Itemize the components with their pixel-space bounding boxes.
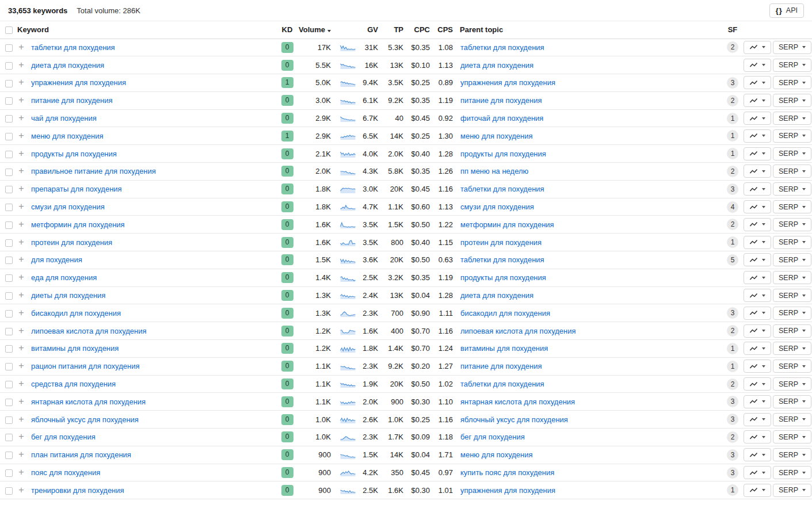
parent-topic-link[interactable]: бисакодил для похудения [460,309,550,318]
parent-topic-link[interactable]: меню для похудения [460,132,533,140]
keyword-link[interactable]: рацион питания для похудения [31,362,139,370]
serp-button[interactable]: SERP [773,324,811,338]
position-history-button[interactable] [744,430,771,443]
add-keyword-icon[interactable]: + [17,202,25,211]
position-history-button[interactable] [744,236,771,249]
serp-button[interactable]: SERP [773,236,811,249]
serp-button[interactable]: SERP [773,289,811,302]
keyword-link[interactable]: правильное питание для похудения [31,167,156,175]
add-keyword-icon[interactable]: + [17,43,25,51]
keyword-link[interactable]: средства для похудения [31,380,116,388]
parent-topic-link[interactable]: смузи для похудения [460,202,534,211]
parent-topic-link[interactable]: таблетки для похудения [460,43,544,52]
parent-topic-link[interactable]: метформин для похудения [460,220,554,229]
add-keyword-icon[interactable]: + [17,96,25,104]
serp-button[interactable]: SERP [773,59,811,72]
parent-topic-link[interactable]: питание для похудения [460,362,542,370]
row-checkbox[interactable] [5,381,13,388]
serp-button[interactable]: SERP [773,112,811,125]
row-checkbox[interactable] [5,292,13,300]
position-history-button[interactable] [744,307,771,320]
keyword-link[interactable]: тренировки для похудения [31,486,124,495]
keyword-link[interactable]: бег для похудения [31,433,96,441]
position-history-button[interactable] [744,112,771,125]
keyword-link[interactable]: витамины для похудения [31,344,119,353]
add-keyword-icon[interactable]: + [17,255,25,263]
keyword-link[interactable]: пояс для похудения [31,468,100,477]
keyword-link[interactable]: метформин для похудения [31,220,125,229]
position-history-button[interactable] [744,218,771,231]
serp-button[interactable]: SERP [773,94,811,107]
row-checkbox[interactable] [5,416,13,424]
add-keyword-icon[interactable]: + [17,309,25,317]
parent-topic-link[interactable]: купить пояс для похудения [460,468,554,477]
row-checkbox[interactable] [5,328,13,335]
row-checkbox[interactable] [5,399,13,406]
parent-topic-link[interactable]: яблочный уксус для похудения [460,415,568,424]
position-history-button[interactable] [744,324,771,338]
keyword-link[interactable]: диета для похудения [31,61,104,70]
row-checkbox[interactable] [5,204,13,211]
row-checkbox[interactable] [5,345,13,353]
row-checkbox[interactable] [5,221,13,229]
serp-button[interactable]: SERP [773,253,811,266]
add-keyword-icon[interactable]: + [17,362,25,370]
keyword-link[interactable]: упражнения для похудения [31,78,126,87]
add-keyword-icon[interactable]: + [17,185,25,193]
add-keyword-icon[interactable]: + [17,397,25,406]
parent-topic-link[interactable]: питание для похудения [460,96,542,105]
serp-button[interactable]: SERP [773,360,811,373]
add-keyword-icon[interactable]: + [17,132,25,140]
row-checkbox[interactable] [5,186,13,193]
add-keyword-icon[interactable]: + [17,450,25,458]
position-history-button[interactable] [744,253,771,266]
add-keyword-icon[interactable]: + [17,150,25,158]
position-history-button[interactable] [744,360,771,373]
parent-topic-link[interactable]: витамины для похудения [460,344,548,353]
serp-button[interactable]: SERP [773,129,811,143]
position-history-button[interactable] [744,448,771,461]
position-history-button[interactable] [744,147,771,160]
row-checkbox[interactable] [5,274,13,282]
serp-button[interactable]: SERP [773,271,811,284]
add-keyword-icon[interactable]: + [17,380,25,388]
position-history-button[interactable] [744,484,771,497]
select-all-checkbox[interactable] [5,26,13,34]
serp-button[interactable]: SERP [773,413,811,426]
add-keyword-icon[interactable]: + [17,114,25,122]
parent-topic-link[interactable]: упражнения для похудения [460,78,555,87]
row-checkbox[interactable] [5,115,13,123]
row-checkbox[interactable] [5,310,13,318]
parent-topic-link[interactable]: упражнения для похудения [460,486,555,495]
add-keyword-icon[interactable]: + [17,344,25,352]
position-history-button[interactable] [744,413,771,426]
row-checkbox[interactable] [5,133,13,140]
serp-button[interactable]: SERP [773,307,811,320]
position-history-button[interactable] [744,76,771,89]
row-checkbox[interactable] [5,97,13,105]
keyword-link[interactable]: бисакодил для похудения [31,309,121,318]
column-header-sf[interactable]: SF [722,21,744,39]
position-history-button[interactable] [744,200,771,213]
keyword-link[interactable]: янтарная кислота для похудения [31,397,146,406]
position-history-button[interactable] [744,377,771,391]
parent-topic-link[interactable]: продукты для похудения [460,273,546,282]
row-checkbox[interactable] [5,469,13,477]
add-keyword-icon[interactable]: + [17,291,25,299]
parent-topic-link[interactable]: пп меню на неделю [460,167,528,175]
add-keyword-icon[interactable]: + [17,486,25,494]
add-keyword-icon[interactable]: + [17,167,25,175]
row-checkbox[interactable] [5,487,13,495]
parent-topic-link[interactable]: диета для похудения [460,61,533,70]
position-history-button[interactable] [744,94,771,107]
add-keyword-icon[interactable]: + [17,78,25,86]
keyword-link[interactable]: смузи для похудения [31,202,105,211]
add-keyword-icon[interactable]: + [17,220,25,228]
row-checkbox[interactable] [5,169,13,176]
position-history-button[interactable] [744,289,771,302]
serp-button[interactable]: SERP [773,200,811,213]
row-checkbox[interactable] [5,434,13,441]
row-checkbox[interactable] [5,452,13,459]
serp-button[interactable]: SERP [773,147,811,160]
parent-topic-link[interactable]: таблетки для похудения [460,255,544,264]
